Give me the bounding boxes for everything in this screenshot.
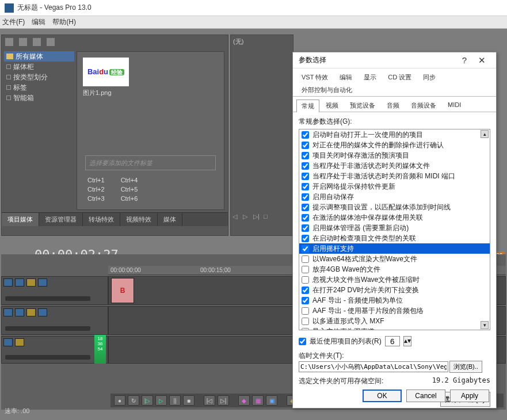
tree-item[interactable]: 按类型划分 — [4, 72, 74, 82]
stop-icon[interactable]: □ — [264, 213, 272, 221]
track-btn[interactable] — [3, 308, 13, 316]
audio-track-header[interactable] — [1, 336, 108, 364]
tree-item[interactable]: 标签 — [4, 82, 74, 93]
option-row[interactable]: 导入立体声为双声道 — [299, 326, 490, 330]
go-end-button[interactable]: ▷| — [218, 395, 229, 406]
media-thumbnail[interactable]: Baidu经验 图片1.png — [83, 58, 135, 97]
option-checkbox[interactable] — [302, 235, 309, 242]
apply-button[interactable]: Apply — [450, 390, 489, 402]
tab-audio[interactable]: 音频 — [382, 99, 405, 112]
temp-path-input[interactable] — [299, 361, 448, 372]
option-row[interactable]: 当程序处于非激活状态时关闭媒体文件 — [299, 161, 490, 171]
tab-ext[interactable]: 外部控制与自动化 — [296, 83, 357, 96]
option-checkbox[interactable] — [302, 214, 309, 222]
video-track-header[interactable] — [1, 276, 108, 305]
track-btn[interactable] — [26, 278, 36, 287]
option-checkbox[interactable] — [302, 183, 309, 190]
menu-file[interactable]: 文件(F) — [2, 17, 25, 27]
option-row[interactable]: 项目关闭时保存激活的预演项目 — [299, 150, 490, 161]
scroll-up-icon[interactable]: ▴ — [481, 130, 489, 138]
toolbar-icon[interactable] — [47, 38, 55, 46]
tab-preview-dev[interactable]: 预览设备 — [345, 99, 380, 112]
option-row[interactable]: 以Wave64格式渲染大型Wave文件 — [299, 254, 490, 264]
option-row[interactable]: 在激活的媒体池中保存媒体使用关联 — [299, 212, 490, 223]
option-row[interactable]: 开启网络提示保持软件更新 — [299, 181, 490, 192]
option-row[interactable]: 放弃4GB Wave的文件 — [299, 264, 490, 274]
track-btn[interactable] — [38, 308, 47, 316]
cancel-button[interactable]: Cancel — [406, 390, 445, 402]
track-btn[interactable] — [26, 308, 36, 316]
option-checkbox[interactable] — [302, 193, 309, 201]
play-icon[interactable]: ▷ — [243, 213, 251, 221]
tab-transitions[interactable]: 转场特效 — [83, 213, 120, 226]
level-slider[interactable] — [5, 326, 90, 331]
tool-button[interactable]: ▦ — [252, 395, 264, 406]
tool-button[interactable]: ▣ — [266, 395, 277, 406]
option-row[interactable]: 启动时自动打开上一次使用的的项目 — [299, 129, 490, 140]
option-row[interactable]: 启用摇杆支持 — [299, 243, 490, 254]
scroll-down-icon[interactable]: ▾ — [481, 321, 489, 329]
expand-icon[interactable] — [6, 75, 11, 79]
option-checkbox[interactable] — [302, 152, 309, 159]
option-row[interactable]: 以多通道形式导入 MXF — [299, 316, 490, 326]
option-checkbox[interactable] — [302, 318, 309, 325]
option-checkbox[interactable] — [302, 276, 309, 284]
tree-item[interactable]: 智能箱 — [4, 93, 74, 103]
option-checkbox[interactable] — [302, 328, 309, 331]
option-row[interactable]: AAF 导出 - 使用基于片段的音频包络 — [299, 306, 490, 316]
option-checkbox[interactable] — [302, 131, 309, 139]
track-btn[interactable] — [3, 278, 13, 287]
track-btn[interactable] — [3, 338, 13, 346]
play-start-button[interactable]: |▷ — [142, 395, 153, 406]
tab-sync[interactable]: 同步 — [418, 71, 441, 83]
track-btn[interactable] — [38, 278, 47, 287]
option-row[interactable]: 在打开24P DV时允许关闭下拉变换 — [299, 285, 490, 295]
option-checkbox[interactable] — [302, 307, 309, 315]
expand-icon[interactable] — [6, 96, 11, 100]
tab-media[interactable]: 媒体 — [158, 213, 182, 226]
tab-midi[interactable]: MIDI — [443, 99, 466, 112]
loop-button[interactable]: ↻ — [128, 395, 139, 406]
track-btn[interactable] — [15, 278, 24, 287]
video-clip[interactable]: B — [111, 278, 134, 303]
expand-icon[interactable] — [6, 85, 11, 90]
option-checkbox[interactable] — [302, 224, 309, 232]
tab-general[interactable]: 常规 — [296, 100, 319, 112]
dialog-titlebar[interactable]: 参数选择 ? ✕ — [293, 52, 496, 68]
option-row[interactable]: 当程序处于非激活状态时关闭音频和 MIDI 端口 — [299, 171, 490, 181]
tool-button[interactable]: ◆ — [238, 395, 250, 406]
tree-item-all-media[interactable]: 所有媒体 — [4, 51, 74, 62]
toolbar-icon[interactable] — [5, 38, 13, 46]
tab-edit[interactable]: 编辑 — [334, 71, 357, 83]
option-checkbox[interactable] — [302, 287, 309, 294]
prev-icon[interactable]: ◁ — [232, 213, 241, 221]
next-icon[interactable]: ▷| — [253, 213, 261, 221]
tab-project-media[interactable]: 项目媒体 — [2, 213, 39, 226]
play-button[interactable]: ▷ — [155, 395, 167, 406]
menu-edit[interactable]: 编辑 — [32, 17, 45, 27]
video-track-header[interactable] — [1, 306, 108, 335]
option-row[interactable]: AAF 导出 - 音频使用帧为单位 — [299, 295, 490, 306]
pause-button[interactable]: || — [169, 395, 181, 406]
option-row[interactable]: 提示调整项目设置，以匹配媒体添加到时间线 — [299, 202, 490, 212]
option-checkbox[interactable] — [302, 297, 309, 304]
menu-help[interactable]: 帮助(H) — [52, 17, 76, 27]
browse-button[interactable]: 浏览(B).. — [449, 361, 482, 373]
option-row[interactable]: 在启动时检查项目文件类型的关联 — [299, 233, 490, 243]
option-checkbox[interactable] — [302, 142, 309, 149]
track-btn[interactable] — [15, 308, 24, 316]
option-row[interactable]: 对正在使用的媒体文件的删除操作进行确认 — [299, 140, 490, 150]
option-row[interactable]: 启用自动保存 — [299, 192, 490, 202]
option-checkbox[interactable] — [302, 173, 309, 180]
track-btn[interactable] — [15, 338, 24, 346]
recent-checkbox[interactable] — [299, 338, 306, 345]
option-checkbox[interactable] — [302, 162, 309, 170]
go-start-button[interactable]: |◁ — [204, 395, 215, 406]
level-slider[interactable] — [5, 296, 90, 301]
tab-audio-dev[interactable]: 音频设备 — [406, 99, 441, 112]
tab-video[interactable]: 视频 — [321, 99, 344, 112]
tab-display[interactable]: 显示 — [359, 71, 382, 83]
option-row[interactable]: 忽视大块文件当Wave文件被压缩时 — [299, 274, 490, 285]
expand-icon[interactable] — [6, 64, 11, 69]
tree-item[interactable]: 媒体柜 — [4, 62, 74, 72]
